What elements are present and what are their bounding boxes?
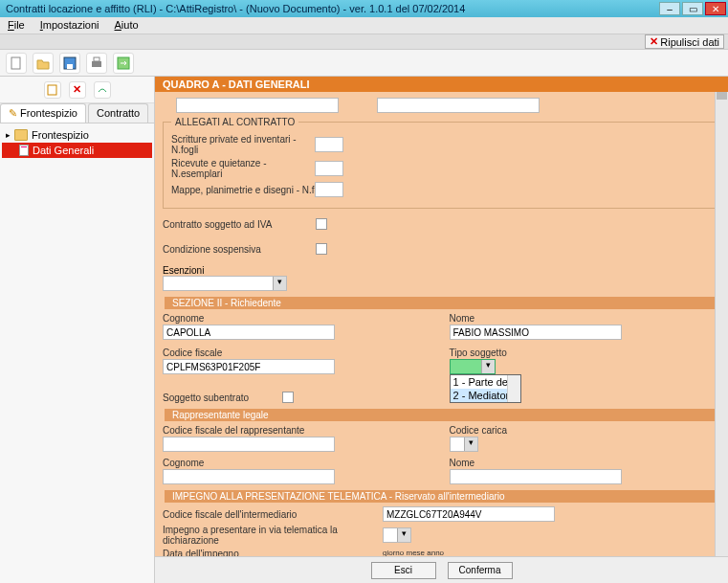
subentrato-label: Soggetto subentrato xyxy=(163,392,282,403)
dropdown-scrollbar[interactable] xyxy=(507,375,520,402)
date-legend: giorno mese anno xyxy=(383,549,476,556)
impegno-pres-label: Impegno a presentare in via telematica l… xyxy=(163,525,383,546)
cf-input[interactable] xyxy=(163,359,335,374)
left-pane: ✕ ✎ Frontespizio Contratto ▸Frontespizio… xyxy=(0,77,155,583)
minimize-button[interactable]: – xyxy=(659,2,680,15)
window-title: Contratti locazione e affitto (RLI) - C:… xyxy=(2,3,465,14)
svg-rect-4 xyxy=(94,57,99,61)
maximize-button[interactable]: ▭ xyxy=(682,2,703,15)
rapp-nome-input[interactable] xyxy=(450,469,622,484)
chevron-down-icon: ▾ xyxy=(464,437,477,451)
iva-checkbox[interactable] xyxy=(316,218,327,230)
top-input-2[interactable] xyxy=(377,98,540,113)
impegno-pres-dropdown[interactable]: ▾ xyxy=(383,527,411,543)
svg-rect-6 xyxy=(48,85,56,95)
left-mini-toolbar: ✕ xyxy=(0,77,154,103)
cf-label: Codice fiscale xyxy=(163,348,434,358)
esenzioni-dropdown[interactable]: ▾ xyxy=(163,276,287,291)
impegno-cf-input[interactable] xyxy=(383,506,555,522)
mappe-input[interactable] xyxy=(315,182,343,197)
folder-icon xyxy=(14,129,28,141)
ripulisci-button[interactable]: ✕Ripulisci dati xyxy=(645,34,724,49)
chevron-down-icon: ▾ xyxy=(273,277,286,290)
main-toolbar xyxy=(0,50,728,77)
top-input-1[interactable] xyxy=(176,98,339,113)
tipo-label: Tipo soggetto xyxy=(450,348,721,358)
svg-rect-3 xyxy=(92,61,101,67)
export-icon[interactable] xyxy=(113,53,134,74)
right-pane: QUADRO A - DATI GENERALI ALLEGATI AL CON… xyxy=(155,77,728,583)
menu-impostazioni[interactable]: Impostazioni xyxy=(40,19,99,32)
allegati-legend: ALLEGATI AL CONTRATTO xyxy=(171,117,298,127)
cognome-label: Cognome xyxy=(163,313,434,324)
doc-icon xyxy=(19,145,29,156)
condizione-label: Condizione sospensiva xyxy=(163,244,316,255)
nome-label: Nome xyxy=(450,313,721,324)
sec2-header: SEZIONE II - Richiedente xyxy=(165,297,718,309)
menu-aiuto[interactable]: Aiuto xyxy=(115,19,139,32)
nome-input[interactable] xyxy=(450,325,622,340)
allegati-fieldset: ALLEGATI AL CONTRATTO Scritture private … xyxy=(163,117,720,209)
left-tabs: ✎ Frontespizio Contratto xyxy=(0,103,154,123)
condizione-checkbox[interactable] xyxy=(316,243,327,255)
new-doc-icon[interactable] xyxy=(6,53,27,74)
rapp-cf-input[interactable] xyxy=(163,437,335,452)
conferma-button[interactable]: Conferma xyxy=(448,562,513,579)
open-folder-icon[interactable] xyxy=(33,53,54,74)
scritture-input[interactable] xyxy=(315,137,343,152)
ricevute-input[interactable] xyxy=(315,161,343,176)
menubar: File Impostazioni Aiuto xyxy=(0,17,728,34)
iva-label: Contratto soggetto ad IVA xyxy=(163,219,316,230)
tab-contratto[interactable]: Contratto xyxy=(88,103,148,123)
close-button[interactable]: ✕ xyxy=(705,2,726,15)
scritture-label: Scritture private ed inventari - N.fogli xyxy=(171,134,315,155)
carica-label: Codice carica xyxy=(450,425,721,436)
ricevute-label: Ricevute e quietanze - N.esemplari xyxy=(171,158,315,179)
window-buttons: – ▭ ✕ xyxy=(659,2,726,15)
tree-child-label: Dati Generali xyxy=(33,145,94,156)
carica-dropdown[interactable]: ▾ xyxy=(450,437,478,452)
section-header: QUADRO A - DATI GENERALI xyxy=(155,77,728,92)
titlebar: Contratti locazione e affitto (RLI) - C:… xyxy=(0,0,728,17)
form-content: ALLEGATI AL CONTRATTO Scritture private … xyxy=(155,92,728,556)
ripulisci-bar: ✕Ripulisci dati xyxy=(0,34,728,50)
esenzioni-label: Esenzioni xyxy=(163,265,204,276)
tipo-dropdown[interactable]: ▾ xyxy=(450,359,496,374)
rapp-cf-label: Codice fiscale del rappresentante xyxy=(163,425,434,436)
impegno-data-label: Data dell'impegno xyxy=(163,549,383,556)
chevron-down-icon: ▾ xyxy=(481,360,495,373)
save-icon[interactable] xyxy=(59,53,80,74)
esci-button[interactable]: Esci xyxy=(371,562,436,579)
tree: ▸Frontespizio Dati Generali xyxy=(0,123,154,162)
subentrato-checkbox[interactable] xyxy=(282,392,294,403)
tab-frontespizio-label: Frontespizio xyxy=(20,107,77,119)
impegno-cf-label: Codice fiscale dell'intermediario xyxy=(163,509,383,520)
mini-btn-1[interactable] xyxy=(44,81,61,99)
rapp-cognome-input[interactable] xyxy=(163,469,335,484)
tab-frontespizio[interactable]: ✎ Frontespizio xyxy=(0,103,86,123)
rapp-header: Rappresentante legale xyxy=(165,409,718,421)
vertical-scrollbar[interactable] xyxy=(715,92,728,556)
cognome-input[interactable] xyxy=(163,325,335,340)
rapp-nome-label: Nome xyxy=(450,458,721,468)
mini-btn-3[interactable] xyxy=(94,81,111,99)
print-icon[interactable] xyxy=(86,53,107,74)
impegno-header: IMPEGNO ALLA PRESENTAZIONE TELEMATICA - … xyxy=(165,490,718,503)
mappe-label: Mappe, planimetrie e disegni - N.fogli o… xyxy=(171,185,315,195)
tree-root[interactable]: ▸Frontespizio xyxy=(2,127,152,143)
svg-rect-0 xyxy=(11,57,20,69)
tipo-dropdown-list: 1 - Parte del contratto 2 - Mediatore de… xyxy=(450,374,521,403)
footer-bar: Esci Conferma xyxy=(155,556,728,583)
tree-root-label: Frontespizio xyxy=(32,129,89,141)
tree-dati-generali[interactable]: Dati Generali xyxy=(2,143,152,158)
mini-btn-delete[interactable]: ✕ xyxy=(69,81,86,99)
menu-file[interactable]: File xyxy=(8,19,25,32)
svg-rect-2 xyxy=(67,64,73,69)
rapp-cognome-label: Cognome xyxy=(163,458,434,468)
chevron-down-icon: ▾ xyxy=(397,528,410,542)
ripulisci-label: Ripulisci dati xyxy=(660,36,719,48)
